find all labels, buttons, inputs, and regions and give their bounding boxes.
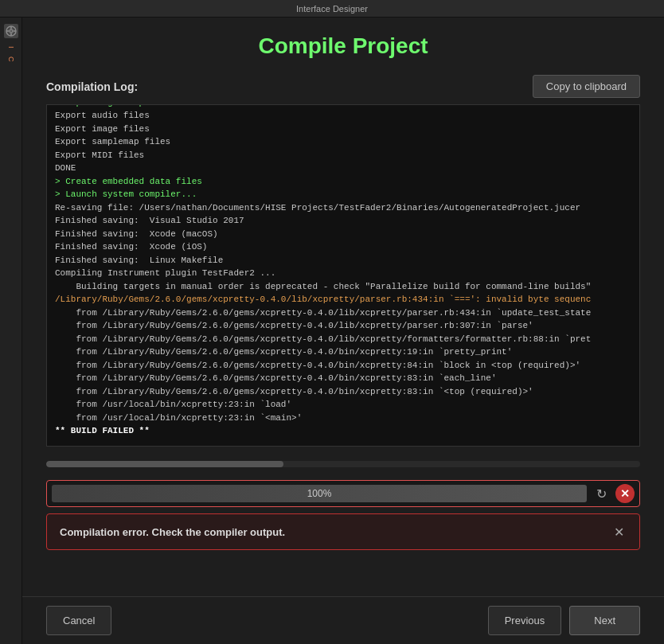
log-line: Finished saving: Xcode (iOS): [55, 240, 631, 254]
scroll-area: [46, 455, 640, 474]
log-label: Compilation Log:: [46, 80, 138, 93]
error-text: Compilation error. Check the compiler ou…: [60, 526, 285, 538]
log-line: Finished saving: Linux Makefile: [55, 254, 631, 267]
log-line: Finished saving: Visual Studio 2017: [55, 214, 631, 228]
log-line: Re-saving file: /Users/nathan/Documents/…: [55, 201, 631, 215]
log-line: Building targets in manual order is depr…: [55, 280, 631, 294]
progress-close-button[interactable]: ✕: [615, 484, 635, 503]
log-line: Compiling Instrument plugin TestFader2 .…: [55, 267, 631, 280]
log-line: > Create embedded data files: [55, 175, 631, 189]
log-line: ** BUILD FAILED **: [55, 424, 631, 438]
log-section: Compilation Log: Copy to clipboard > Per…: [46, 75, 640, 644]
scroll-thumb: [46, 461, 283, 467]
scroll-track: [46, 461, 640, 467]
log-line: from /Library/Ruby/Gems/2.6.0/gems/xcpre…: [55, 333, 631, 346]
previous-button[interactable]: Previous: [488, 606, 562, 635]
progress-text: 100%: [307, 488, 332, 499]
error-close-icon: ✕: [614, 525, 624, 540]
close-icon: ✕: [620, 487, 630, 500]
log-line: from /usr/local/bin/xcpretty:23:in `<mai…: [55, 412, 631, 425]
progress-row: 100% ↻ ✕: [46, 480, 640, 507]
log-line: from /Library/Ruby/Gems/2.6.0/gems/xcpre…: [55, 319, 631, 333]
log-line: from /Library/Ruby/Gems/2.6.0/gems/xcpre…: [55, 385, 631, 399]
sidebar-label-i: I: [7, 46, 15, 49]
log-box[interactable]: > Perform sanity checks> Create C++ auto…: [46, 104, 640, 447]
sidebar-label-c: C: [7, 57, 15, 62]
log-header: Compilation Log: Copy to clipboard: [46, 75, 640, 98]
log-line: from /Library/Ruby/Gems/2.6.0/gems/xcpre…: [55, 359, 631, 373]
log-line: DONE: [55, 162, 631, 175]
progress-bar-container: 100%: [52, 485, 587, 502]
log-line: from /Library/Ruby/Gems/2.6.0/gems/xcpre…: [55, 372, 631, 385]
progress-refresh-button[interactable]: ↻: [592, 484, 611, 503]
log-line: from /Library/Ruby/Gems/2.6.0/gems/xcpre…: [55, 306, 631, 320]
log-line: /Library/Ruby/Gems/2.6.0/gems/xcpretty-0…: [55, 293, 631, 306]
log-line: Export image files: [55, 123, 631, 136]
log-line: Finished saving: Xcode (macOS): [55, 228, 631, 241]
titlebar: Interface Designer: [0, 0, 664, 18]
cancel-button[interactable]: Cancel: [46, 606, 111, 635]
page-title: Compile Project: [258, 33, 428, 59]
svg-point-0: [6, 26, 16, 36]
log-line: > Launch system compiler...: [55, 188, 631, 201]
log-line: Export samplemap files: [55, 135, 631, 149]
log-line: Export audio files: [55, 109, 631, 123]
refresh-icon: ↻: [596, 486, 607, 502]
titlebar-text: Interface Designer: [296, 4, 368, 14]
left-sidebar: I C: [0, 18, 22, 644]
copy-to-clipboard-button[interactable]: Copy to clipboard: [533, 75, 640, 98]
error-close-button[interactable]: ✕: [611, 524, 627, 540]
sidebar-icon-1: [4, 24, 18, 38]
bottom-right-buttons: Previous Next: [488, 606, 640, 635]
log-line: Export MIDI files: [55, 149, 631, 162]
main-content: Compile Project Compilation Log: Copy to…: [22, 18, 664, 644]
log-line: from /Library/Ruby/Gems/2.6.0/gems/xcpre…: [55, 345, 631, 359]
next-button[interactable]: Next: [569, 606, 640, 635]
log-line: from /usr/local/bin/xcpretty:23:in `load…: [55, 398, 631, 412]
bottom-bar: Cancel Previous Next: [22, 596, 664, 644]
error-notification: Compilation error. Check the compiler ou…: [46, 513, 640, 550]
